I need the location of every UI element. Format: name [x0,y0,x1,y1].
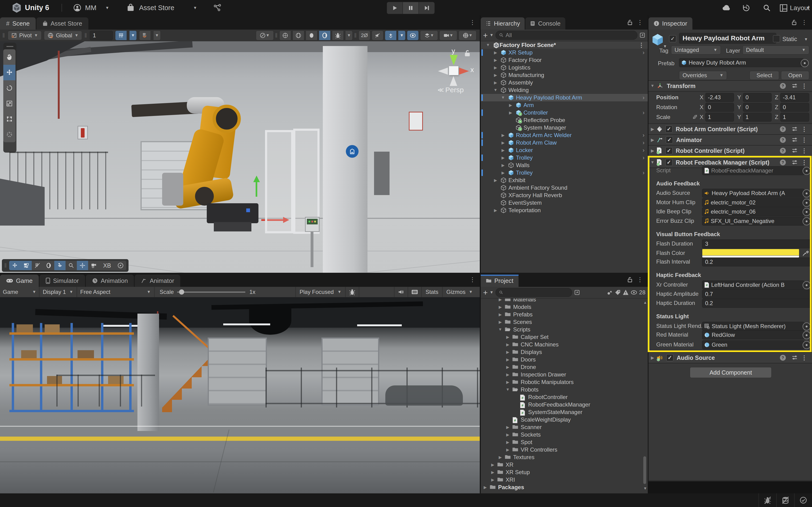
gameobject-active-checkbox[interactable]: ✓ [669,35,676,42]
project-item[interactable]: ▼Robots [481,386,648,393]
overlay-compass-button[interactable] [115,261,126,270]
undo-history-icon[interactable] [742,4,751,12]
object-picker-icon[interactable] [803,167,811,175]
number-field[interactable]: 0.7 [702,290,811,298]
fold-open-icon[interactable]: ▼ [649,160,656,165]
fold-closed-icon[interactable]: ▶ [500,155,506,160]
component-enabled-checkbox[interactable]: ✓ [666,354,673,361]
object-picker-icon[interactable] [803,199,811,207]
overlay-center-toggle[interactable] [77,261,88,270]
project-item[interactable]: ▼Scripts [481,326,648,333]
project-item[interactable]: ▶Textures [481,453,648,461]
2d-toggle[interactable]: 2Ø [359,31,370,40]
overlay-camera-toggle[interactable] [88,261,99,270]
cache-server-disabled-icon[interactable] [776,493,794,507]
tab-asset-store[interactable]: Asset Store [37,17,88,30]
open-button[interactable]: Open [781,71,809,80]
component-enabled-checkbox[interactable]: ✓ [665,125,672,133]
fold-closed-icon[interactable]: ▶ [500,170,506,175]
number-field[interactable]: 3 [702,239,811,248]
scene-viewport[interactable]: y x ≪ Persp ‖ XB [0,41,480,273]
fold-closed-icon[interactable]: ▶ [505,447,511,452]
component-header-5[interactable]: ▶✓Audio Source?⋮ [649,352,812,363]
object-field[interactable]: electric_motor_02 [702,198,805,207]
fold-closed-icon[interactable]: ▶ [493,65,499,70]
object-field[interactable]: #LeftHand Controller (Action B [702,280,805,289]
hierarchy-item[interactable]: ▶Factory Floor [481,56,648,64]
progress-ok-icon[interactable] [794,493,812,507]
search-icon[interactable] [763,4,771,12]
stats-toggle[interactable]: Stats [421,287,442,297]
tab-scene[interactable]: # Scene [0,17,36,30]
hierarchy-item[interactable]: ▶Trolley› [481,154,648,162]
presets-icon[interactable] [791,136,798,143]
gizmo-cube[interactable] [449,66,458,75]
project-menu-icon[interactable]: ⋮ [637,276,643,283]
overlay-search-toggle[interactable] [65,261,77,270]
pivot-dropdown[interactable]: Pivot▼ [8,31,42,40]
project-item[interactable]: ▶Sockets [481,431,648,439]
help-icon[interactable]: ? [779,354,786,361]
hierarchy-item[interactable]: ▶Exhibit [481,176,648,184]
debug-half-sphere-toggle[interactable] [293,31,304,40]
transform-value-field[interactable]: 1 [743,113,772,122]
asset-store-caret-icon[interactable]: ▼ [193,6,197,10]
project-item[interactable]: ▶Inspection Drawer [481,371,648,378]
fold-closed-icon[interactable]: ▶ [505,342,511,347]
presets-icon[interactable] [791,354,798,361]
fold-closed-icon[interactable]: ▶ [500,140,506,145]
fold-closed-icon[interactable]: ▶ [493,50,499,55]
presets-icon[interactable] [791,82,798,89]
tab-inspector[interactable]: Inspector [649,17,693,30]
presets-icon[interactable] [791,159,798,166]
fold-closed-icon[interactable]: ▶ [649,355,656,360]
object-picker-icon[interactable] [803,323,811,331]
fold-closed-icon[interactable]: ▶ [500,133,506,138]
gizmos-dropdown[interactable]: Gizmos▼ [442,287,476,297]
fold-open-icon[interactable]: ▼ [500,95,506,100]
project-item[interactable]: ▶Displays [481,348,648,356]
prefab-chevron-icon[interactable]: › [643,132,645,138]
fold-closed-icon[interactable]: ▶ [497,305,503,309]
layer-dropdown[interactable]: Default▼ [743,46,809,54]
project-item[interactable]: ▶Prefabs [481,311,648,318]
hierarchy-item[interactable]: ▼Heavy Payload Robot Arm› [481,94,648,101]
project-item[interactable]: ▶Models [481,303,648,311]
hierarchy-item[interactable]: ▶Arm [481,101,648,109]
grid-visibility-toggle[interactable]: Y [115,31,127,40]
fold-closed-icon[interactable]: ▶ [497,298,503,302]
fold-closed-icon[interactable]: ▶ [507,110,514,115]
scene-audio-toggle[interactable] [372,31,384,40]
object-field[interactable]: Heavy Payload Robot Arm (A [702,189,805,198]
hierarchy-item[interactable]: ▶Manufacturing [481,71,648,79]
object-field[interactable]: #RobotFeedbackManager [702,166,805,175]
move-tool[interactable] [3,65,15,80]
tab-simulator[interactable]: Simulator [40,275,85,287]
fold-closed-icon[interactable]: ▶ [505,357,511,362]
component-enabled-checkbox[interactable]: ✓ [666,136,673,144]
gameobject-name-field[interactable]: Heavy Payload Robot Arm [679,33,776,44]
project-item[interactable]: ▶Scenes [481,318,648,326]
inspector-unlock-icon[interactable] [791,19,797,25]
scene-panel-menu-icon[interactable]: ⋮ [469,19,475,26]
help-icon[interactable]: ? [779,159,786,166]
rect-tool[interactable] [3,111,15,127]
select-button[interactable]: Select [750,71,779,80]
project-item[interactable]: #RobotFeedbackManager [481,401,648,408]
audio-debug-toggle[interactable] [332,31,344,40]
hierarchy-item[interactable]: EventSystem [481,199,648,207]
fold-closed-icon[interactable]: ▶ [500,148,506,153]
tab-game[interactable]: Game [0,275,39,287]
play-button[interactable] [387,2,403,14]
fold-closed-icon[interactable]: ▶ [497,320,503,325]
axis-y-cone[interactable] [450,55,458,65]
hierarchy-item[interactable]: ▶Teleportation [481,207,648,214]
scroll-down-arrow[interactable]: ▼ [643,486,647,491]
fold-closed-icon[interactable]: ▶ [505,425,511,430]
help-icon[interactable]: ? [779,148,786,154]
add-object-button[interactable]: + [483,31,488,40]
project-item[interactable]: ▶Caliper Set [481,333,648,341]
account-caret-icon[interactable]: ▼ [105,6,109,10]
object-picker-icon[interactable] [803,208,811,216]
component-enabled-checkbox[interactable]: ✓ [665,159,672,166]
